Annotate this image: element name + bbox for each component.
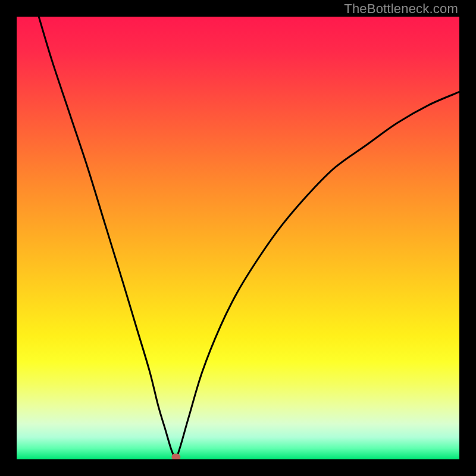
plot-area [17, 17, 459, 459]
right-branch-curve [176, 92, 459, 459]
chart-frame: TheBottleneck.com [0, 0, 476, 476]
left-branch-curve [39, 17, 176, 459]
optimum-marker [172, 454, 180, 459]
curve-layer [17, 17, 459, 459]
watermark-text: TheBottleneck.com [344, 1, 458, 17]
